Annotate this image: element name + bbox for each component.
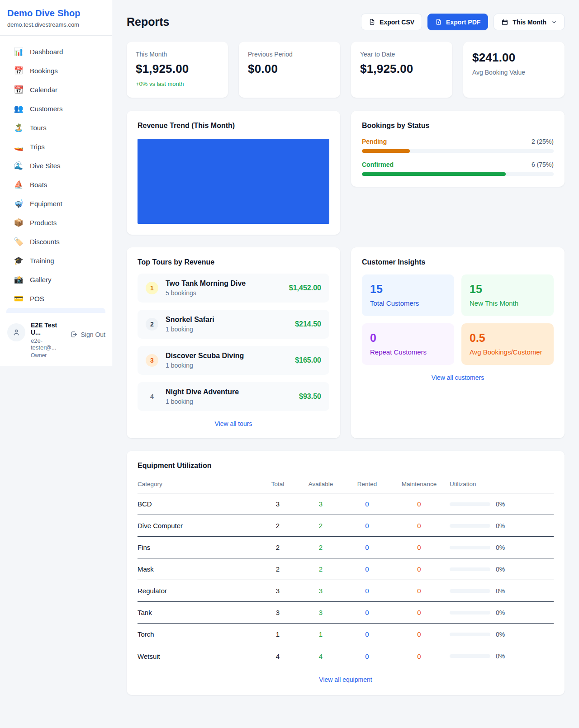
status-row-pending: Pending 2 (25%) — [362, 138, 554, 153]
pos-icon: 💳 — [14, 295, 24, 303]
top-tours-panel: Top Tours by Revenue 1 Two Tank Morning … — [127, 247, 340, 438]
revenue-trend-chart — [138, 139, 329, 224]
table-row: Regulator 3 3 0 0 0% — [138, 580, 554, 602]
table-row: Fins 2 2 0 0 0% — [138, 537, 554, 558]
export-pdf-button[interactable]: Export PDF — [427, 14, 488, 30]
main-content: Reports Export CSV Export PDF This Month… — [113, 0, 579, 713]
utilization-bar — [450, 589, 490, 593]
stat-previous-period: Previous Period $0.00 — [239, 42, 340, 98]
training-icon: 🎓 — [14, 257, 24, 265]
table-row: Torch 1 1 0 0 0% — [138, 624, 554, 645]
revenue-trend-title: Revenue Trend (This Month) — [138, 122, 329, 130]
insight-avg-bookings: 0.5 Avg Bookings/Customer — [461, 323, 554, 365]
period-selector[interactable]: This Month — [494, 14, 565, 30]
person-icon — [12, 328, 20, 336]
trips-icon: 🚤 — [14, 143, 24, 151]
utilization-bar — [450, 633, 490, 636]
sign-out-button[interactable]: Sign Out — [70, 331, 105, 338]
insight-new-this-month: 15 New This Month — [461, 274, 554, 316]
bookings-by-status-title: Bookings by Status — [362, 122, 554, 130]
utilization-bar — [450, 654, 490, 658]
discounts-icon: 🏷️ — [14, 238, 24, 246]
file-download-icon — [369, 19, 375, 25]
sidebar-item-equipment[interactable]: 🤿Equipment — [5, 194, 106, 213]
boats-icon: ⛵ — [14, 181, 24, 189]
status-row-confirmed: Confirmed 6 (75%) — [362, 161, 554, 176]
sidebar: Demo Dive Shop demo.test.divestreams.com… — [0, 0, 112, 366]
rank-badge: 4 — [146, 390, 158, 403]
calendar-icon — [501, 19, 508, 26]
utilization-bar — [450, 567, 490, 571]
table-row: Wetsuit 4 4 0 0 0% — [138, 645, 554, 667]
sidebar-item-trips[interactable]: 🚤Trips — [5, 137, 106, 156]
tour-row: 4 Night Dive Adventure1 booking $93.50 — [138, 382, 329, 411]
view-all-tours-link[interactable]: View all tours — [138, 420, 329, 427]
view-all-equipment-link[interactable]: View all equipment — [138, 676, 554, 683]
sidebar-item-training[interactable]: 🎓Training — [5, 251, 106, 270]
export-csv-button[interactable]: Export CSV — [361, 14, 422, 30]
sidebar-item-tours[interactable]: 🏝️Tours — [5, 118, 106, 137]
tour-row: 1 Two Tank Morning Dive5 bookings $1,452… — [138, 274, 329, 303]
products-icon: 📦 — [14, 219, 24, 227]
utilization-bar — [450, 611, 490, 615]
sidebar-nav: 📊Dashboard 📅Bookings 📆Calendar 👥Customer… — [0, 36, 112, 315]
sidebar-item-calendar[interactable]: 📆Calendar — [5, 80, 106, 99]
sidebar-item-boats[interactable]: ⛵Boats — [5, 175, 106, 194]
utilization-bar — [450, 524, 490, 528]
tour-row: 2 Snorkel Safari1 booking $214.50 — [138, 310, 329, 339]
pending-progress-fill — [362, 149, 410, 153]
table-row: Mask 2 2 0 0 0% — [138, 558, 554, 580]
equipment-utilization-title: Equipment Utilization — [138, 462, 554, 470]
user-panel: E2E Test U... e2e-tester@... Owner Sign … — [0, 315, 112, 366]
chevron-down-icon — [551, 19, 557, 25]
sidebar-item-gallery[interactable]: 📸Gallery — [5, 270, 106, 289]
equipment-icon: 🤿 — [14, 200, 24, 208]
user-email: e2e-tester@... — [31, 337, 65, 351]
customers-icon: 👥 — [14, 105, 24, 113]
stat-this-month: This Month $1,925.00 +0% vs last month — [127, 42, 228, 98]
shop-domain: demo.test.divestreams.com — [7, 21, 104, 28]
stat-cards: This Month $1,925.00 +0% vs last month P… — [127, 42, 565, 98]
rank-badge: 1 — [146, 282, 158, 294]
tour-row: 3 Discover Scuba Diving1 booking $165.00 — [138, 346, 329, 375]
avatar — [7, 323, 25, 341]
sidebar-item-bookings[interactable]: 📅Bookings — [5, 61, 106, 80]
table-row: Dive Computer 2 2 0 0 0% — [138, 515, 554, 537]
rank-badge: 2 — [146, 318, 158, 331]
file-download-icon — [435, 19, 442, 25]
equipment-table: Category Total Available Rented Maintena… — [138, 476, 554, 667]
sidebar-item-customers[interactable]: 👥Customers — [5, 99, 106, 118]
sidebar-item-dive-sites[interactable]: 🌊Dive Sites — [5, 156, 106, 175]
rank-badge: 3 — [146, 354, 158, 367]
customer-insights-title: Customer Insights — [362, 258, 554, 266]
dashboard-icon: 📊 — [14, 48, 24, 56]
sidebar-item-products[interactable]: 📦Products — [5, 213, 106, 232]
table-header-row: Category Total Available Rented Maintena… — [138, 476, 554, 493]
confirmed-progress-track — [362, 172, 554, 176]
gallery-icon: 📸 — [14, 276, 24, 284]
stat-delta: +0% vs last month — [136, 80, 219, 87]
table-row: Tank 3 3 0 0 0% — [138, 602, 554, 624]
shop-name: Demo Dive Shop — [7, 8, 104, 19]
bookings-icon: 📅 — [14, 67, 24, 75]
equipment-utilization-panel: Equipment Utilization Category Total Ava… — [127, 451, 565, 695]
customer-insights-panel: Customer Insights 15 Total Customers 15 … — [351, 247, 565, 438]
user-role: Owner — [31, 352, 65, 359]
user-info: E2E Test U... e2e-tester@... Owner — [31, 321, 65, 359]
stat-year-to-date: Year to Date $1,925.00 — [351, 42, 452, 98]
top-tours-title: Top Tours by Revenue — [138, 258, 329, 266]
page-title: Reports — [127, 15, 169, 28]
sidebar-item-dashboard[interactable]: 📊Dashboard — [5, 42, 106, 61]
confirmed-progress-fill — [362, 172, 506, 176]
user-name: E2E Test U... — [31, 321, 65, 336]
sign-out-icon — [70, 331, 78, 338]
sidebar-item-pos[interactable]: 💳POS — [5, 289, 106, 308]
revenue-trend-panel: Revenue Trend (This Month) — [127, 111, 340, 235]
sidebar-item-reports-partial[interactable] — [6, 308, 105, 313]
sidebar-item-discounts[interactable]: 🏷️Discounts — [5, 232, 106, 251]
view-all-customers-link[interactable]: View all customers — [362, 374, 554, 381]
tours-icon: 🏝️ — [14, 124, 24, 132]
insight-total-customers: 15 Total Customers — [362, 274, 454, 316]
shop-header: Demo Dive Shop demo.test.divestreams.com — [0, 0, 112, 36]
pending-progress-track — [362, 149, 554, 153]
